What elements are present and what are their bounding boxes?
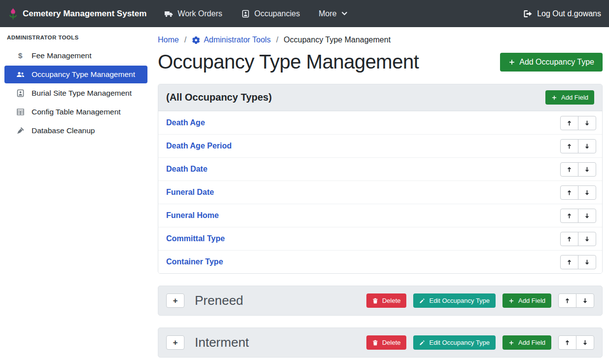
- move-down-button[interactable]: [576, 335, 594, 350]
- sidebar-heading: Administrator Tools: [0, 30, 152, 46]
- arrow-down-icon: [584, 166, 590, 173]
- expand-button[interactable]: +: [166, 293, 184, 308]
- field-link-committal-type[interactable]: Committal Type: [166, 234, 225, 243]
- group-actions: Delete Edit Occupancy Type Add Field: [366, 293, 594, 308]
- pencil-icon: [419, 340, 425, 346]
- reorder-buttons: [558, 335, 594, 350]
- sidebar-item-label: Config Table Management: [32, 108, 121, 116]
- sidebar-item-fee-management[interactable]: $ Fee Management: [4, 47, 147, 65]
- move-up-button[interactable]: [560, 209, 578, 223]
- add-occupancy-type-button[interactable]: Add Occupancy Type: [500, 53, 603, 72]
- pencil-icon: [419, 298, 425, 304]
- nav-more-label: More: [319, 9, 336, 18]
- logout-label: Log Out d.gowans: [537, 9, 601, 18]
- edit-occupancy-type-button[interactable]: Edit Occupancy Type: [413, 335, 496, 350]
- field-row: Container Type: [158, 250, 602, 273]
- breadcrumb-separator: /: [184, 36, 186, 44]
- sidebar-item-config-table-management[interactable]: Config Table Management: [4, 103, 147, 121]
- move-down-button[interactable]: [578, 185, 596, 200]
- sidebar-item-label: Burial Site Type Management: [32, 89, 132, 98]
- group-title: Interment: [195, 335, 249, 350]
- field-link-funeral-home[interactable]: Funeral Home: [166, 211, 219, 220]
- field-link-funeral-date[interactable]: Funeral Date: [166, 188, 214, 197]
- sidebar-item-label: Occupancy Type Management: [32, 70, 135, 79]
- field-row: Funeral Date: [158, 181, 602, 204]
- arrow-up-icon: [566, 259, 573, 265]
- reorder-buttons: [560, 185, 596, 200]
- reorder-buttons: [560, 255, 596, 269]
- move-up-button[interactable]: [558, 335, 576, 350]
- arrow-up-icon: [566, 143, 573, 149]
- main-nav: Work Orders Occupancies More: [164, 9, 347, 18]
- reorder-buttons: [558, 293, 594, 308]
- sidebar-item-burial-site-type-management[interactable]: Burial Site Type Management: [4, 84, 147, 102]
- reorder-buttons: [560, 162, 596, 177]
- plus-icon: [508, 340, 514, 346]
- group-actions: Delete Edit Occupancy Type Add Field: [366, 335, 594, 350]
- all-occupancy-types-card: (All Occupancy Types) Add Field Death Ag…: [158, 84, 603, 274]
- arrow-up-icon: [566, 236, 573, 242]
- users-icon: [15, 71, 25, 78]
- move-down-button[interactable]: [578, 232, 596, 246]
- move-down-button[interactable]: [578, 162, 596, 177]
- broom-icon: [15, 127, 25, 135]
- plus-icon: [551, 95, 557, 101]
- move-down-button[interactable]: [578, 116, 596, 130]
- move-down-button[interactable]: [578, 255, 596, 269]
- trash-icon: [372, 340, 378, 346]
- add-field-button[interactable]: Add Field: [502, 335, 551, 350]
- sidebar-item-database-cleanup[interactable]: Database Cleanup: [4, 122, 147, 140]
- page-title: Occupancy Type Management: [158, 51, 419, 73]
- delete-button[interactable]: Delete: [366, 293, 407, 308]
- logout-button[interactable]: Log Out d.gowans: [523, 9, 601, 18]
- move-down-button[interactable]: [578, 139, 596, 153]
- sidebar: Administrator Tools $ Fee Management Occ…: [0, 27, 152, 364]
- breadcrumb-home[interactable]: Home: [158, 36, 179, 44]
- add-field-button[interactable]: Add Field: [545, 90, 594, 105]
- arrow-down-icon: [584, 259, 590, 265]
- nav-more[interactable]: More: [319, 9, 347, 18]
- move-up-button[interactable]: [560, 139, 578, 153]
- trash-icon: [372, 298, 378, 304]
- arrow-down-icon: [584, 143, 590, 149]
- plus-icon: [508, 298, 514, 304]
- truck-icon: [164, 10, 173, 18]
- table-icon: [15, 108, 25, 116]
- field-row: Committal Type: [158, 227, 602, 250]
- move-up-button[interactable]: [560, 255, 578, 269]
- group-title: Preneed: [195, 293, 243, 308]
- move-up-button[interactable]: [560, 185, 578, 200]
- move-up-button[interactable]: [560, 232, 578, 246]
- field-link-death-date[interactable]: Death Date: [166, 165, 208, 174]
- app-brand[interactable]: Cemetery Management System: [8, 7, 146, 20]
- tulip-logo-icon: [8, 7, 18, 20]
- breadcrumb-current: Occupancy Type Management: [284, 36, 391, 44]
- delete-button[interactable]: Delete: [366, 335, 407, 350]
- move-down-button[interactable]: [578, 209, 596, 223]
- move-up-button[interactable]: [560, 116, 578, 130]
- occupancy-type-group-interment: + Interment Delete Edit Occupancy Type A…: [158, 328, 603, 358]
- field-link-death-age[interactable]: Death Age: [166, 118, 205, 127]
- main-content: Home / Administrator Tools / Occupancy T…: [152, 27, 609, 364]
- field-row: Death Date: [158, 157, 602, 181]
- nav-occupancies[interactable]: Occupancies: [241, 9, 300, 18]
- breadcrumb-admin-tools[interactable]: Administrator Tools: [192, 36, 271, 44]
- nav-work-orders[interactable]: Work Orders: [164, 9, 222, 18]
- arrow-up-icon: [564, 297, 571, 304]
- sidebar-item-label: Fee Management: [32, 51, 92, 60]
- sidebar-item-occupancy-type-management[interactable]: Occupancy Type Management: [4, 66, 147, 83]
- chevron-down-icon: [341, 10, 348, 17]
- edit-occupancy-type-button[interactable]: Edit Occupancy Type: [413, 293, 496, 308]
- move-up-button[interactable]: [560, 162, 578, 177]
- arrow-down-icon: [582, 297, 588, 304]
- expand-button[interactable]: +: [166, 335, 184, 350]
- add-occupancy-type-label: Add Occupancy Type: [519, 58, 594, 67]
- nav-occupancies-label: Occupancies: [254, 9, 300, 18]
- move-down-button[interactable]: [576, 293, 594, 308]
- field-link-container-type[interactable]: Container Type: [166, 257, 223, 266]
- move-up-button[interactable]: [558, 293, 576, 308]
- add-field-button[interactable]: Add Field: [502, 293, 551, 308]
- field-link-death-age-period[interactable]: Death Age Period: [166, 142, 232, 150]
- dollar-icon: $: [15, 51, 25, 60]
- logout-icon: [523, 10, 533, 18]
